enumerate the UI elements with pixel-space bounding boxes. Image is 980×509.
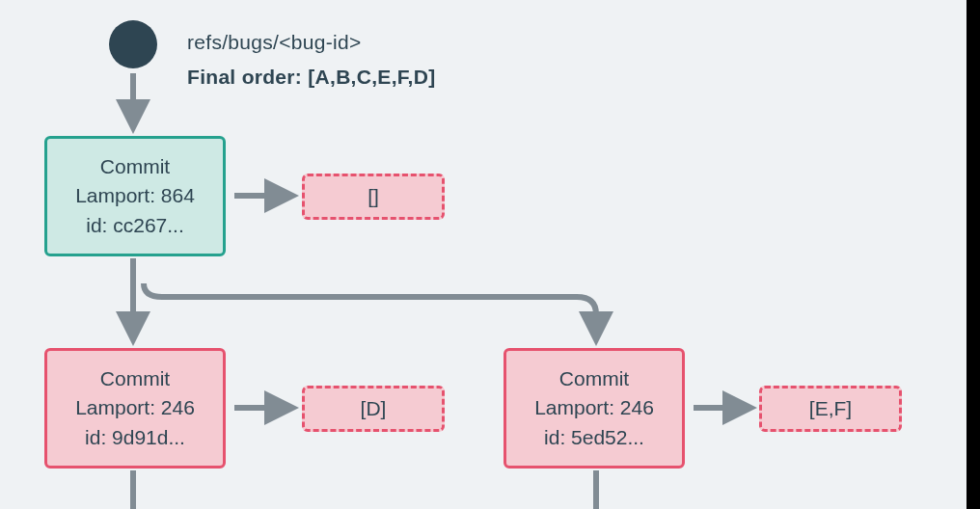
commit-node-right: Commit Lamport: 246 id: 5ed52... <box>504 348 685 469</box>
commit-title: Commit <box>57 364 213 393</box>
ops-content: [] <box>368 185 379 208</box>
commit-node-top: Commit Lamport: 864 id: cc267... <box>44 136 226 256</box>
ops-box-left: [D] <box>302 386 445 432</box>
ref-head-dot <box>109 20 157 68</box>
final-order-label: Final order: [A,B,C,E,F,D] <box>187 66 435 89</box>
commit-lamport: Lamport: 864 <box>57 181 213 210</box>
ref-path-label: refs/bugs/<bug-id> <box>187 31 362 54</box>
diagram-canvas: refs/bugs/<bug-id> Final order: [A,B,C,E… <box>0 0 966 509</box>
commit-lamport: Lamport: 246 <box>516 393 672 422</box>
arrow-top-to-right <box>144 283 596 337</box>
ops-content: [D] <box>361 397 387 420</box>
ops-content: [E,F] <box>809 397 852 420</box>
commit-lamport: Lamport: 246 <box>57 393 213 422</box>
commit-node-left: Commit Lamport: 246 id: 9d91d... <box>44 348 226 469</box>
commit-id: id: 5ed52... <box>516 423 672 452</box>
commit-id: id: cc267... <box>57 211 213 240</box>
ops-box-right: [E,F] <box>759 386 902 432</box>
commit-title: Commit <box>516 364 672 393</box>
commit-id: id: 9d91d... <box>57 423 213 452</box>
commit-title: Commit <box>57 152 213 181</box>
ops-box-top: [] <box>302 174 445 220</box>
